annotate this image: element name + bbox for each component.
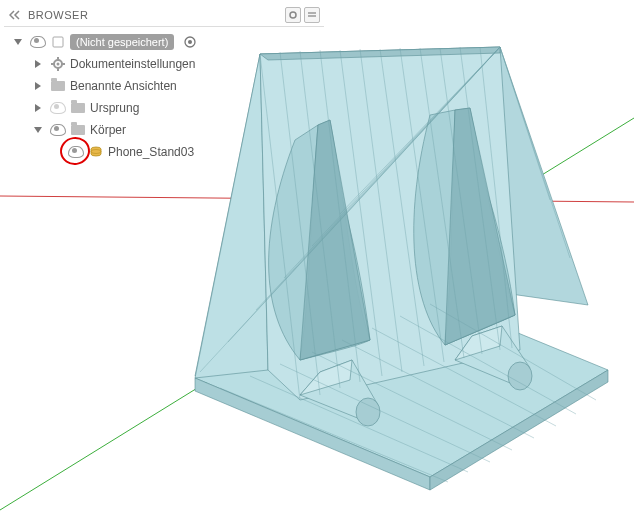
expand-icon[interactable] <box>30 56 46 72</box>
tree-label: Phone_Stand03 <box>108 145 194 159</box>
tree-item-origin[interactable]: Ursprung <box>4 97 324 119</box>
browser-header: BROWSER <box>4 4 324 27</box>
expand-icon[interactable] <box>30 78 46 94</box>
tree-label: Körper <box>90 123 126 137</box>
browser-panel: BROWSER (Nicht gespeichert) Dok <box>4 4 324 167</box>
expand-icon[interactable] <box>30 122 46 138</box>
browser-title: BROWSER <box>28 9 282 21</box>
folder-icon <box>70 122 86 138</box>
svg-point-37 <box>57 63 60 66</box>
mesh-body-icon <box>88 144 104 160</box>
tree-label: Dokumenteinstellungen <box>70 57 195 71</box>
spacer <box>50 144 64 160</box>
expand-icon[interactable] <box>30 100 46 116</box>
document-icon <box>50 34 66 50</box>
activate-radio-icon[interactable] <box>182 34 198 50</box>
tree-item-settings[interactable]: Dokumenteinstellungen <box>4 53 324 75</box>
panel-menu-icon[interactable] <box>304 7 320 23</box>
tree-item-body-phonestand[interactable]: Phone_Stand03 <box>4 141 324 163</box>
svg-point-30 <box>290 12 296 18</box>
collapse-panel-icon[interactable] <box>8 8 22 22</box>
gear-icon <box>50 56 66 72</box>
tree-item-views[interactable]: Benannte Ansichten <box>4 75 324 97</box>
expand-icon[interactable] <box>10 34 26 50</box>
tree-root[interactable]: (Nicht gespeichert) <box>4 31 324 53</box>
svg-point-1 <box>508 362 532 390</box>
root-label: (Nicht gespeichert) <box>70 34 174 50</box>
visibility-icon[interactable] <box>68 144 84 160</box>
browser-tree: (Nicht gespeichert) Dokumenteinstellunge… <box>4 27 324 167</box>
tree-label: Ursprung <box>90 101 139 115</box>
panel-settings-icon[interactable] <box>285 7 301 23</box>
tree-label: Benannte Ansichten <box>70 79 177 93</box>
svg-point-35 <box>188 40 192 44</box>
visibility-icon[interactable] <box>50 100 66 116</box>
folder-icon <box>70 100 86 116</box>
tree-item-bodies[interactable]: Körper <box>4 119 324 141</box>
svg-point-0 <box>356 398 380 426</box>
visibility-icon[interactable] <box>50 122 66 138</box>
visibility-icon[interactable] <box>30 34 46 50</box>
svg-rect-33 <box>53 37 63 47</box>
folder-icon <box>50 78 66 94</box>
